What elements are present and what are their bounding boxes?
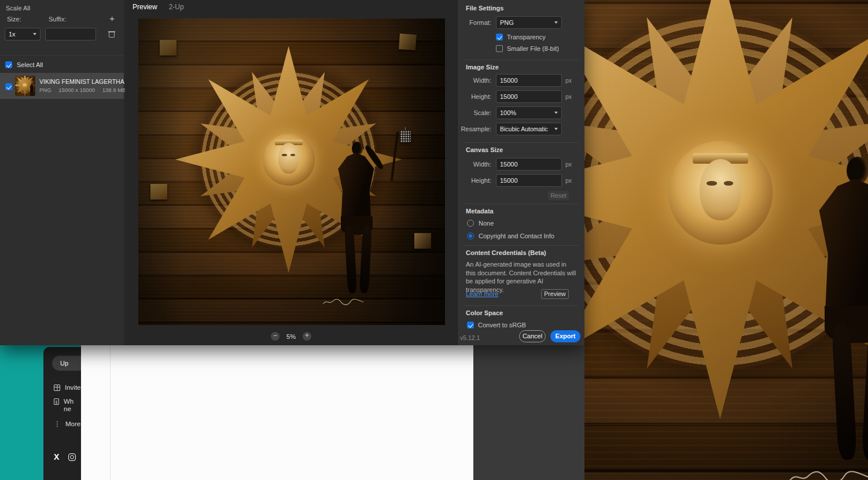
suffix-label: Suffix: [49, 16, 66, 23]
color-space-header: Color Space [466, 309, 503, 316]
zoom-out-button[interactable]: − [271, 332, 279, 341]
transparency-label: Transparency [507, 34, 546, 40]
canvas-height-label: Height: [458, 174, 491, 187]
upgrade-label: Up [60, 360, 68, 367]
trash-icon [109, 31, 115, 38]
select-all-checkbox[interactable] [5, 61, 12, 68]
tab-preview[interactable]: Preview [133, 3, 157, 11]
image-width-label: Width: [458, 74, 491, 87]
gift-icon [54, 385, 60, 391]
scale-select[interactable]: 100% [496, 106, 562, 119]
more-menu-item[interactable]: ⋮ More [54, 420, 80, 427]
delete-scale-button[interactable] [109, 29, 115, 40]
chevron-down-icon [554, 112, 558, 114]
background-artwork [584, 0, 868, 480]
screen: Up Invite Wh ne ⋮ More X Scale All Size: [0, 0, 868, 480]
divider [464, 60, 579, 60]
content-credentials-header: Content Credentials (Beta) [466, 249, 546, 256]
metadata-copyright-radio[interactable] [467, 232, 474, 239]
divider [464, 142, 579, 143]
export-button[interactable]: Export [550, 330, 580, 342]
vignette [15, 76, 35, 96]
artist-signature [788, 465, 868, 480]
export-as-dialog: Scale All Size: Suffix: + 1x Select All [0, 0, 584, 345]
instagram-icon[interactable] [68, 453, 76, 461]
scale-size-select[interactable]: 1x [5, 28, 41, 40]
invite-menu-item[interactable]: Invite [54, 384, 81, 391]
metadata-none-label: None [479, 220, 494, 227]
background-gray-panel [473, 345, 584, 480]
format-label: Format: [458, 16, 491, 29]
image-height-unit: px [565, 90, 572, 103]
resample-value: Bicubic Automatic [500, 125, 548, 132]
asset-list-item[interactable]: VIKING FEMINIST LAGERTHA PNG 15000 x 150… [0, 73, 124, 99]
image-size-header: Image Size [466, 64, 499, 71]
image-width-input[interactable] [496, 74, 562, 87]
add-scale-button[interactable]: + [109, 14, 115, 23]
file-settings-header: File Settings [466, 5, 503, 12]
asset-title: VIKING FEMINIST LAGERTHA [39, 78, 124, 85]
vignette [138, 19, 445, 325]
smaller-file-label: Smaller File (8-bit) [507, 45, 559, 52]
smaller-file-checkbox[interactable] [496, 45, 503, 52]
convert-srgb-checkbox[interactable] [467, 322, 474, 328]
format-select[interactable]: PNG [496, 16, 562, 29]
asset-filesize: 138.9 MB [102, 87, 126, 93]
asset-meta: PNG 15000 x 15000 138.9 MB [39, 87, 131, 93]
canvas-height-input[interactable] [496, 174, 562, 187]
canvas-size-header: Canvas Size [466, 146, 503, 153]
reset-button[interactable]: Reset [548, 191, 569, 200]
invite-label: Invite [65, 384, 81, 391]
credentials-preview-button[interactable]: Preview [541, 289, 569, 299]
canvas-width-input[interactable] [496, 158, 562, 171]
select-all-label: Select All [17, 61, 43, 68]
suffix-input[interactable] [45, 28, 96, 40]
canvas-width-unit: px [565, 158, 572, 171]
resample-label: Resample: [458, 123, 491, 135]
artwork-preview [138, 19, 445, 325]
background-white-panel [81, 345, 473, 480]
artwork-canvas [584, 0, 868, 480]
divider [464, 204, 579, 204]
select-all-row: Select All [0, 58, 124, 72]
metadata-none-radio[interactable] [467, 220, 474, 227]
whats-new-line2: ne [64, 405, 71, 412]
tab-2up[interactable]: 2-Up [169, 3, 184, 11]
size-label: Size: [7, 16, 21, 23]
version-label: v5.12.1 [460, 334, 480, 341]
image-height-input[interactable] [496, 90, 562, 103]
export-settings-panel: File Settings Format: PNG Transparency S… [457, 0, 584, 345]
metadata-copyright-label: Copyright and Contact Info [479, 232, 554, 239]
resample-select[interactable]: Bicubic Automatic [496, 123, 562, 135]
format-value: PNG [500, 19, 514, 26]
document-icon [54, 398, 59, 405]
zoom-level: 5% [286, 333, 296, 340]
cancel-button[interactable]: Cancel [519, 330, 546, 342]
learn-more-link[interactable]: Learn more [466, 290, 498, 297]
export-left-panel: Scale All Size: Suffix: + 1x Select All [0, 0, 124, 345]
scale-all-header: Scale All [6, 5, 30, 12]
artwork-canvas [138, 19, 445, 325]
divider [464, 245, 579, 246]
asset-dimensions: 15000 x 15000 [58, 87, 95, 93]
canvas-width-label: Width: [458, 158, 491, 171]
asset-thumbnail [15, 76, 35, 96]
asset-checkbox[interactable] [5, 83, 12, 90]
zoom-controls: − 5% + [125, 332, 457, 341]
kebab-icon: ⋮ [54, 421, 61, 427]
zoom-in-button[interactable]: + [303, 332, 311, 341]
divider [464, 305, 579, 306]
chevron-down-icon [33, 33, 36, 35]
transparency-checkbox[interactable] [496, 34, 503, 40]
chevron-down-icon [554, 128, 558, 130]
whats-new-menu-item[interactable]: Wh ne [54, 398, 73, 413]
whats-new-line1: Wh [64, 398, 73, 405]
more-label: More [65, 420, 80, 427]
artist-signature [322, 296, 365, 308]
chevron-down-icon [554, 21, 558, 24]
metadata-header: Metadata [466, 208, 494, 215]
x-logo-icon[interactable]: X [54, 452, 59, 461]
scale-value: 100% [500, 109, 516, 116]
vignette [584, 0, 868, 480]
convert-srgb-label: Convert to sRGB [478, 322, 526, 328]
